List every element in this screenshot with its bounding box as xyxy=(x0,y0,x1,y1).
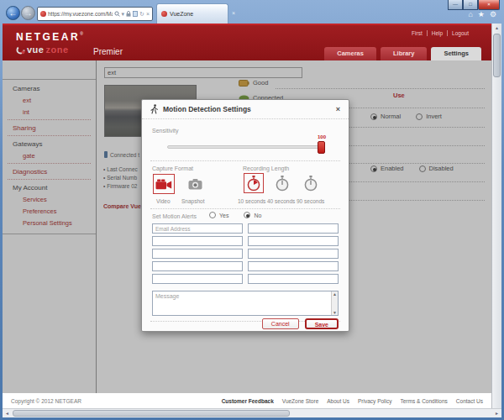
set-motion-alerts-label: Set Motion Alerts xyxy=(152,213,197,219)
address-bar[interactable]: https://my.vuezone.com/Main.as ▾ ↻ × xyxy=(37,7,153,21)
recording-option-10s[interactable] xyxy=(244,173,264,193)
sensitivity-value: 100 xyxy=(318,134,326,139)
vertical-scrollbar[interactable]: ▲ xyxy=(491,24,501,408)
sensitivity-label: Sensitivity xyxy=(152,128,179,134)
vertical-scroll-thumb[interactable] xyxy=(493,34,501,77)
email-input[interactable] xyxy=(248,236,339,246)
browser-chrome: ← → https://my.vuezone.com/Main.as ▾ ↻ ×… xyxy=(0,0,504,24)
stopwatch-icon xyxy=(304,176,318,192)
minimize-button[interactable]: — xyxy=(448,0,463,10)
scroll-up-icon[interactable]: ▲ xyxy=(492,24,501,33)
browser-tab-vuezone[interactable]: VueZone xyxy=(156,3,228,24)
home-icon[interactable]: ⌂ xyxy=(468,11,472,18)
page-footer: Copyright © 2012 NETGEAR Customer Feedba… xyxy=(3,393,491,408)
motion-person-icon xyxy=(150,104,158,114)
message-textarea[interactable] xyxy=(153,291,331,315)
tab-settings[interactable]: Settings xyxy=(431,47,481,60)
sensitivity-slider[interactable]: 100 xyxy=(167,145,323,149)
footer-link-vuezone-store[interactable]: VueZone Store xyxy=(282,398,318,404)
tab-close-icon[interactable]: × xyxy=(232,10,235,16)
email-input[interactable] xyxy=(248,223,339,234)
user-link-help[interactable]: Help xyxy=(427,30,447,36)
email-input[interactable] xyxy=(152,223,243,234)
save-button[interactable]: Save xyxy=(305,318,339,329)
user-links: First Help Logout xyxy=(407,30,473,36)
modal-divider xyxy=(150,160,340,161)
video-camera-icon xyxy=(155,179,172,190)
modal-divider xyxy=(150,208,340,209)
tools-gear-icon[interactable]: ⚙ xyxy=(490,11,496,18)
radio-alerts-yes[interactable] xyxy=(209,212,216,218)
recording-option-40s[interactable] xyxy=(272,173,292,193)
email-input[interactable] xyxy=(152,274,243,284)
brand-name: NETGEAR xyxy=(16,31,80,43)
forward-button[interactable]: → xyxy=(21,6,35,20)
tab-title: VueZone xyxy=(170,11,193,17)
alert-message-box: ▲ ▼ xyxy=(152,291,339,316)
compatibility-view-icon[interactable] xyxy=(133,11,138,18)
tab-cameras[interactable]: Cameras xyxy=(324,47,376,60)
scroll-down-icon[interactable]: ▼ xyxy=(332,310,338,315)
radio-alerts-no[interactable] xyxy=(244,212,250,218)
footer-link-privacy-policy[interactable]: Privacy Policy xyxy=(358,398,391,404)
maximize-button[interactable]: □ xyxy=(463,0,478,10)
horizontal-scrollbar[interactable]: ◄ ► xyxy=(3,408,501,417)
search-icon[interactable] xyxy=(114,11,120,18)
refresh-icon[interactable]: ↻ xyxy=(139,11,144,17)
email-input[interactable] xyxy=(248,249,339,259)
footer-link-customer-feedback[interactable]: Customer Feedback xyxy=(222,398,274,404)
site-header: NETGEAR® vuezone Premier First Help Logo… xyxy=(3,24,491,60)
scroll-left-icon[interactable]: ◄ xyxy=(3,409,12,417)
message-scrollbar[interactable]: ▲ ▼ xyxy=(331,291,338,315)
email-input[interactable] xyxy=(152,236,243,246)
logo-vue: vue xyxy=(27,45,44,55)
vuezone-swirl-icon xyxy=(16,45,25,55)
alert-email-list xyxy=(152,223,339,284)
site-favicon-icon xyxy=(40,11,46,17)
modal-header: Motion Detection Settings × xyxy=(142,100,349,119)
email-input[interactable] xyxy=(248,261,339,271)
main-nav: Cameras Library Settings xyxy=(324,47,481,60)
capture-format-label: Capture Format xyxy=(152,165,193,171)
footer-link-terms[interactable]: Terms & Conditions xyxy=(400,398,447,404)
scroll-right-icon[interactable]: ► xyxy=(492,409,501,417)
email-input[interactable] xyxy=(152,261,243,271)
sensitivity-slider-handle[interactable] xyxy=(318,141,325,154)
modal-buttons: Cancel Save xyxy=(262,318,339,329)
window-controls: — □ × xyxy=(448,0,500,10)
alerts-radio-group: Yes No xyxy=(209,212,261,218)
copyright-text: Copyright © 2012 NETGEAR xyxy=(11,398,81,404)
scroll-up-icon[interactable]: ▲ xyxy=(333,291,337,297)
favorites-star-icon[interactable]: ★ xyxy=(478,11,485,18)
netgear-logo: NETGEAR® vuezone xyxy=(16,29,83,55)
stopwatch-icon xyxy=(247,176,260,192)
email-input[interactable] xyxy=(248,274,339,284)
radio-alerts-yes-label: Yes xyxy=(219,213,228,218)
cancel-button[interactable]: Cancel xyxy=(262,318,299,329)
modal-title: Motion Detection Settings xyxy=(163,105,251,113)
horizontal-scroll-thumb[interactable] xyxy=(13,410,290,417)
tab-library[interactable]: Library xyxy=(381,47,427,60)
stop-icon[interactable]: × xyxy=(146,11,150,17)
footer-link-contact-us[interactable]: Contact Us xyxy=(456,398,483,404)
capture-option-snapshot[interactable] xyxy=(184,174,206,194)
address-dropdown-icon[interactable]: ▾ xyxy=(122,11,125,17)
recording-option-90s[interactable] xyxy=(301,173,321,193)
tab-favicon-icon xyxy=(161,11,167,17)
page: NETGEAR® vuezone Premier First Help Logo… xyxy=(3,24,501,417)
radio-alerts-no-label: No xyxy=(254,213,261,218)
browser-window: ← → https://my.vuezone.com/Main.as ▾ ↻ ×… xyxy=(0,0,504,420)
url-text[interactable]: https://my.vuezone.com/Main.as xyxy=(48,11,113,17)
brand-reg: ® xyxy=(80,31,83,36)
email-input[interactable] xyxy=(152,249,243,259)
modal-close-icon[interactable]: × xyxy=(336,106,340,113)
user-link-first[interactable]: First xyxy=(407,30,427,36)
user-link-logout[interactable]: Logout xyxy=(447,30,473,36)
logo-zone: zone xyxy=(45,45,68,55)
motion-detection-settings-modal: Motion Detection Settings × Sensitivity … xyxy=(141,99,349,332)
capture-option-video[interactable] xyxy=(153,174,175,194)
back-button[interactable]: ← xyxy=(6,6,20,20)
close-window-button[interactable]: × xyxy=(478,0,500,10)
stopwatch-icon xyxy=(276,176,289,192)
footer-link-about-us[interactable]: About Us xyxy=(327,398,349,404)
